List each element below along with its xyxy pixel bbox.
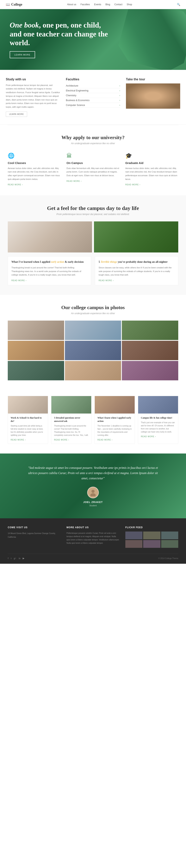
footer-col-2-title: MORE ABOUT US [67,526,119,529]
campus-article-2-text: Since classes can be easy, while others … [99,266,175,277]
why-section: Why apply to our university? An undergra… [0,125,186,196]
blog-card-1-read-more[interactable]: READ MORE › [11,439,26,441]
study-description: Proin pellentesque lacus tempor dui plac… [6,84,60,109]
footer-col-1-title: COME VISIT US [8,526,61,529]
testimonial-role: Student [15,504,171,507]
testimonial-name: JOEL ZRAKET [15,501,171,503]
campus-photos [8,221,178,252]
footer-thumb-5[interactable] [143,540,160,548]
hero-title: One book, one pen, one child, and one te… [10,21,110,48]
navigation: 📖 College About us Faculties Events Blog… [0,0,186,9]
campus-article-2: 5 Terrible things you've probably done d… [95,256,178,285]
why-card-cool: 🌐 Cool Classes Aenean luctus dolor dolor… [8,153,61,186]
footer-thumb-4[interactable] [125,540,142,548]
logo[interactable]: 📖 College [6,2,22,7]
social-twitter[interactable]: t [11,557,11,560]
cool-classes-text: Aenean luctus dolor dolor, sed ultic ult… [8,166,61,181]
campus-articles: What I've learned when I applied early a… [8,256,178,285]
gallery-photo-9 [122,361,178,380]
study-col: Study with us Proin pellentesque lacus t… [6,78,60,117]
blog-card-2-read-more[interactable]: READ MORE › [54,439,69,441]
gallery-photo-7 [8,361,64,380]
faculties-col: Faculties Architecture› Electrical Engin… [66,78,120,117]
testimonial-avatar [87,487,99,498]
campus-life-title: Get a feel for the campus day to day lif… [8,205,178,211]
footer-about-text: Pellentesque posuere voluthn Curae; Proi… [67,531,119,545]
nav-contact[interactable]: Contact [114,3,122,6]
blog-card-2-title: 5 Dreaded questions never answered ask [54,416,88,423]
desk-photo-image [8,221,92,252]
on-campus-read-more[interactable]: READ MORE › [67,180,82,182]
campus-article-2-read-more[interactable]: READ MORE › [99,279,114,282]
nav-about[interactable]: About us [67,3,76,6]
footer-thumb-2[interactable] [143,531,160,539]
why-card-campus: 🏛 On Campus Duis vitae fermentum elit. A… [67,153,119,186]
nav-links: About us Faculties Events Blog Contact S… [67,3,132,6]
social-youtube[interactable]: ▶ [23,557,25,560]
nav-shop[interactable]: Shop [127,3,132,6]
faculty-item[interactable]: Chemistry› [66,93,120,98]
gallery-photo-5 [65,341,121,360]
faculty-item[interactable]: Business & Economics› [66,98,120,103]
blog-card-4: Campus life & fun college time! That's j… [138,396,178,444]
blog-card-2-body: 5 Dreaded questions never answered ask T… [51,413,91,444]
blog-card-1-text: Starting a part-time job while being a f… [11,424,45,437]
tour-col: Take the tour [126,78,180,117]
blog-card-1: Work & School! Is that hard to do? Start… [8,396,48,444]
footer-thumb-3[interactable] [161,531,178,539]
campus-photo-group [94,221,178,252]
testimonial-quote: "Sed molestie augue sit amet leo consequ… [25,465,161,481]
study-title: Study with us [6,78,60,81]
campus-article-1: What I've learned when I applied early a… [8,256,91,285]
footer-columns: COME VISIT US 14 Mount Green Blvd, Lagun… [8,526,178,548]
campus-article-1-read-more[interactable]: READ MORE › [11,279,27,282]
footer-copyright: © 2014 College Theme [158,557,178,559]
footer-thumb-6[interactable] [161,540,178,548]
blog-card-4-body: Campus life & fun college time! That's j… [138,413,178,440]
footer-thumbnail-grid [125,531,178,548]
gallery-photo-2 [65,320,121,340]
blog-card-3-image [95,396,135,413]
on-campus-icon: 🏛 [67,153,119,159]
social-gplus[interactable]: g+ [14,557,16,560]
footer-col-flickr: FLICKR FEED [125,526,178,548]
logo-text: College [11,2,22,7]
graduate-aid-title: Graduate Aid [125,161,178,164]
cool-classes-title: Cool Classes [8,161,61,164]
hero-cta-button[interactable]: LEARN MORE [10,51,35,58]
learn-more-button[interactable]: LEARN MORE [6,112,27,117]
nav-faculties[interactable]: Faculties [81,3,90,6]
why-subtitle: An undergraduate experience like no othe… [8,142,178,145]
gallery-photo-8 [65,361,121,380]
photos-title: Our college campus in photos [8,305,178,310]
faculty-item[interactable]: Electrical Engineering› [66,88,120,93]
blog-card-3-read-more[interactable]: READ MORE › [98,439,113,441]
blog-card-1-title: Work & School! Is that hard to do? [11,416,45,423]
hero-section: One book, one pen, one child, and one te… [0,9,186,70]
blog-card-1-image [8,396,48,413]
nav-blog[interactable]: Blog [105,3,110,6]
social-facebook[interactable]: f [8,557,8,560]
faculty-item[interactable]: Architecture› [66,84,120,88]
social-linkedin[interactable]: in [18,557,20,560]
photos-subtitle: An undergraduate experience like no othe… [8,312,178,315]
blog-card-2: 5 Dreaded questions never answered ask T… [51,396,91,444]
gallery-photo-4 [8,341,64,360]
blog-cards-container: Work & School! Is that hard to do? Start… [8,396,178,444]
footer-thumb-1[interactable] [125,531,142,539]
blog-card-4-read-more[interactable]: READ MORE › [141,435,156,438]
why-cards: 🌐 Cool Classes Aenean luctus dolor dolor… [8,153,178,186]
graduate-aid-icon: 🎓 [125,153,178,159]
graduate-aid-read-more[interactable]: READ MORE › [125,184,141,186]
search-icon[interactable]: 🔍 [177,3,180,6]
on-campus-title: On Campus [67,161,119,164]
blog-card-2-image [51,396,91,413]
on-campus-text: Duis vitae fermentum elit. Aliq nam erat… [67,166,119,177]
footer-col-about: MORE ABOUT US Pellentesque posuere volut… [67,526,119,548]
footer-bottom: f t g+ in ▶ © 2014 College Theme [8,554,178,560]
nav-events[interactable]: Events [94,3,101,6]
cool-classes-read-more[interactable]: READ MORE › [8,184,23,186]
faculty-item[interactable]: Computer Science› [66,103,120,108]
blog-card-4-title: Campus life & fun college time! [141,416,175,420]
tour-image[interactable] [126,84,180,109]
